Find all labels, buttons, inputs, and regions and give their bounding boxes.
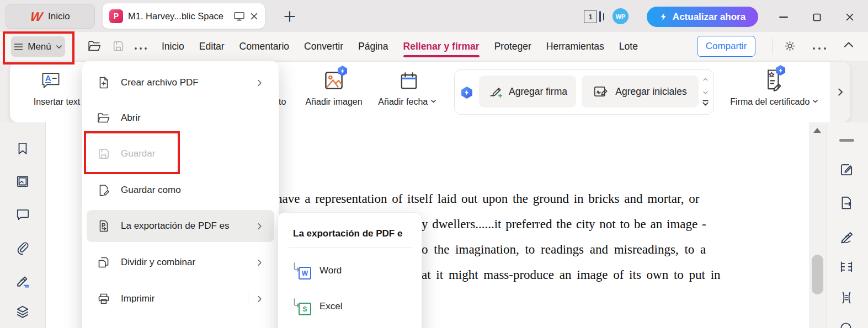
chevron-down-icon	[812, 98, 818, 104]
file-menu-dropdown: Crear archivo PDF Abrir Guardar Guardar …	[82, 61, 279, 328]
ribbon-nav: Inicio Editar Comentario Convertir Págin…	[162, 32, 638, 61]
left-sidebar	[0, 122, 46, 328]
drag-handle[interactable]	[839, 139, 854, 142]
scrollbar-up-arrow[interactable]	[813, 128, 821, 133]
share-button[interactable]: Compartir	[697, 36, 755, 57]
submenu-chevron-icon	[256, 223, 263, 230]
comments-panel-icon[interactable]	[15, 207, 30, 222]
add-signature-button[interactable]: Agregar firma	[479, 76, 576, 107]
right-sidebar	[827, 122, 868, 328]
titlebar: W Inicio P M1. Harvey...blic Space 1 WP …	[0, 0, 868, 32]
expand-gallery-icon[interactable]	[702, 100, 709, 110]
add-image-icon	[323, 69, 345, 92]
monitor-icon	[233, 11, 245, 21]
open-folder-icon	[97, 111, 111, 125]
menu-item-exportacion-pdf[interactable]: La exportación de PDF es	[87, 210, 274, 242]
add-initials-button[interactable]: Agregar iniciales	[582, 76, 699, 107]
divider	[78, 39, 78, 54]
expand-toolbar-button[interactable]	[830, 62, 850, 122]
printer-icon	[97, 292, 111, 306]
collapse-ribbon-icon[interactable]	[843, 41, 854, 49]
save-icon[interactable]	[111, 39, 125, 53]
pdf-editor-window: W Inicio P M1. Harvey...blic Space 1 WP …	[0, 0, 868, 328]
close-window-button[interactable]	[842, 11, 858, 23]
add-date-icon	[398, 71, 419, 92]
edit-tool-icon[interactable]	[839, 162, 854, 178]
thumbnails-panel-icon[interactable]	[15, 174, 30, 189]
chevron-down-icon	[430, 98, 436, 104]
more-actions-icon[interactable]	[134, 43, 148, 53]
minimize-button[interactable]	[775, 11, 792, 23]
scrollbar-thumb[interactable]	[812, 255, 823, 294]
tab-count-value: 1	[584, 10, 597, 23]
excel-icon: S	[293, 298, 312, 315]
save-as-icon	[97, 183, 111, 197]
tab-stack-bar	[603, 13, 605, 20]
split-merge-icon	[97, 255, 111, 270]
settings-gear-icon[interactable]	[784, 40, 796, 52]
signature-tool-icon[interactable]	[839, 228, 855, 245]
menu-item-abrir[interactable]: Abrir	[87, 102, 274, 134]
tab-proteger[interactable]: Proteger	[494, 41, 531, 52]
divider	[773, 39, 773, 54]
more-options-icon[interactable]	[811, 43, 828, 53]
tab-count-indicator[interactable]: 1	[584, 10, 604, 23]
new-tab-button[interactable]	[283, 9, 297, 24]
document-text-line: y dwellers......it preferred the city no…	[422, 217, 706, 232]
vertical-scrollbar[interactable]	[809, 122, 827, 328]
tab-convertir[interactable]: Convertir	[304, 41, 343, 52]
scroll-down-icon[interactable]	[702, 88, 709, 98]
layers-panel-icon[interactable]	[15, 304, 30, 320]
chevron-down-icon	[56, 44, 62, 50]
document-text-line: have a representation of itself laid out…	[276, 192, 699, 206]
bookmarks-panel-icon[interactable]	[15, 141, 30, 156]
ai-badge-icon[interactable]	[461, 87, 473, 99]
menu-button-label: Menú	[28, 41, 51, 52]
home-tab[interactable]: W Inicio	[6, 4, 95, 29]
maximize-button[interactable]	[808, 11, 825, 23]
save-icon	[97, 147, 111, 161]
compress-tool-icon[interactable]	[839, 290, 854, 305]
menu-item-partial[interactable]	[87, 319, 274, 328]
menu-item-imprimir[interactable]: Imprimir	[87, 283, 274, 315]
document-text-line: at it might mass-produce an image of its…	[422, 268, 721, 282]
attachments-panel-icon[interactable]	[15, 240, 30, 255]
scroll-up-icon[interactable]	[702, 74, 709, 84]
divider	[248, 292, 248, 305]
tab-pagina[interactable]: Página	[358, 41, 388, 52]
add-signature-label: Agregar firma	[509, 86, 567, 98]
split-view-icon[interactable]	[839, 259, 854, 275]
signature-group: Agregar firma Agregar iniciales	[454, 69, 714, 115]
submenu-chevron-icon	[256, 259, 263, 266]
submenu-item-excel[interactable]: S Excel	[284, 293, 416, 320]
update-now-label: Actualizar ahora	[673, 12, 745, 23]
submenu-chevron-icon	[256, 295, 263, 303]
update-now-button[interactable]: Actualizar ahora	[647, 7, 758, 27]
signatures-panel-icon[interactable]	[15, 272, 31, 289]
menu-button[interactable]: Menú	[11, 36, 65, 57]
export-tool-icon[interactable]	[839, 195, 854, 211]
wps-logo-icon: W	[30, 10, 44, 23]
document-text-line: o the imagination, to readings and misre…	[422, 243, 706, 257]
menu-item-guardar-como[interactable]: Guardar como	[87, 174, 274, 206]
truncated-label-fragment: to	[279, 97, 286, 107]
lightning-icon	[659, 13, 668, 21]
menu-item-crear-archivo-pdf[interactable]: Crear archivo PDF	[87, 67, 274, 99]
home-tab-label: Inicio	[48, 11, 70, 22]
divider	[289, 248, 412, 248]
tab-rellenar-y-firmar[interactable]: Rellenar y firmar	[403, 41, 480, 52]
menu-item-guardar: Guardar	[87, 138, 274, 170]
open-file-icon[interactable]	[87, 39, 102, 53]
submenu-item-word[interactable]: W Word	[284, 257, 416, 284]
tab-editar[interactable]: Editar	[199, 41, 225, 52]
tab-inicio[interactable]: Inicio	[162, 41, 184, 52]
tab-lote[interactable]: Lote	[619, 41, 638, 52]
tab-herramientas[interactable]: Herramientas	[546, 41, 604, 52]
avatar[interactable]: WP	[613, 8, 629, 24]
search-icon[interactable]	[839, 321, 854, 328]
initials-icon	[593, 84, 610, 99]
close-tab-icon[interactable]	[250, 12, 258, 20]
document-tab[interactable]: P M1. Harvey...blic Space	[103, 3, 265, 29]
menu-item-dividir-y-combinar[interactable]: Dividir y combinar	[87, 246, 274, 278]
tab-comentario[interactable]: Comentario	[239, 41, 289, 52]
